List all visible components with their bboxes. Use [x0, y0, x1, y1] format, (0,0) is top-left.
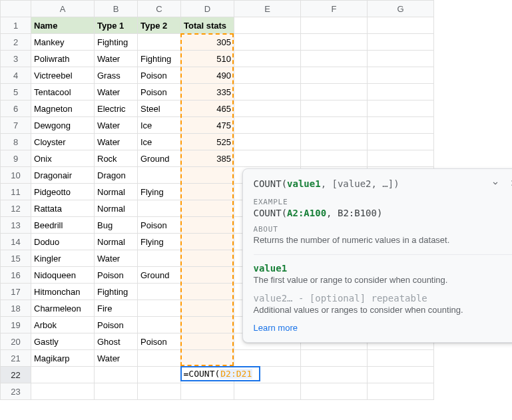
row-header-13[interactable]: 13	[1, 217, 31, 234]
cell-D10[interactable]	[181, 167, 234, 184]
cell-B5[interactable]: Water	[95, 84, 138, 101]
cell-C13[interactable]: Poison	[138, 217, 181, 234]
cell-D12[interactable]	[181, 200, 234, 217]
cell-D1[interactable]: Total stats	[181, 17, 234, 34]
cell-C9[interactable]: Ground	[138, 150, 181, 167]
cell-E5[interactable]	[234, 84, 301, 101]
cell-B23[interactable]	[95, 383, 138, 400]
cell-C12[interactable]	[138, 200, 181, 217]
cell-C22[interactable]	[138, 367, 181, 383]
row-header-14[interactable]: 14	[1, 234, 31, 250]
cell-A1[interactable]: Name	[31, 17, 95, 34]
cell-G9[interactable]	[368, 150, 434, 167]
cell-B6[interactable]: Electric	[95, 101, 138, 117]
col-header-D[interactable]: D	[181, 1, 234, 17]
row-header-19[interactable]: 19	[1, 317, 31, 333]
cell-A14[interactable]: Doduo	[31, 234, 95, 250]
cell-F4[interactable]	[301, 67, 368, 84]
cell-G1[interactable]	[368, 17, 434, 34]
row-header-3[interactable]: 3	[1, 51, 31, 67]
cell-E6[interactable]	[234, 101, 301, 117]
cell-D23[interactable]	[181, 383, 234, 400]
chevron-down-icon[interactable]	[491, 178, 500, 190]
cell-G5[interactable]	[368, 84, 434, 101]
row-header-17[interactable]: 17	[1, 284, 31, 300]
cell-D20[interactable]	[181, 333, 234, 350]
cell-F1[interactable]	[301, 17, 368, 34]
row-header-23[interactable]: 23	[1, 383, 31, 400]
cell-F21[interactable]	[301, 350, 368, 367]
cell-A18[interactable]: Charmeleon	[31, 300, 95, 317]
cell-D11[interactable]	[181, 184, 234, 200]
cell-B1[interactable]: Type 1	[95, 17, 138, 34]
cell-D2[interactable]: 305	[181, 34, 234, 51]
cell-A8[interactable]: Cloyster	[31, 134, 95, 150]
cell-G22[interactable]	[368, 367, 434, 383]
cell-C14[interactable]: Flying	[138, 234, 181, 250]
cell-A11[interactable]: Pidgeotto	[31, 184, 95, 200]
cell-E4[interactable]	[234, 67, 301, 84]
row-header-4[interactable]: 4	[1, 67, 31, 84]
cell-E1[interactable]	[234, 17, 301, 34]
cell-G23[interactable]	[368, 383, 434, 400]
cell-C7[interactable]: Ice	[138, 117, 181, 134]
row-header-6[interactable]: 6	[1, 101, 31, 117]
cell-D15[interactable]	[181, 250, 234, 267]
row-header-20[interactable]: 20	[1, 333, 31, 350]
cell-D4[interactable]: 490	[181, 67, 234, 84]
col-header-G[interactable]: G	[368, 1, 434, 17]
cell-B10[interactable]: Dragon	[95, 167, 138, 184]
cell-A7[interactable]: Dewgong	[31, 117, 95, 134]
cell-C3[interactable]: Fighting	[138, 51, 181, 67]
cell-B17[interactable]: Fighting	[95, 284, 138, 300]
cell-D19[interactable]	[181, 317, 234, 333]
cell-A4[interactable]: Victreebel	[31, 67, 95, 84]
cell-C6[interactable]: Steel	[138, 101, 181, 117]
cell-B16[interactable]: Poison	[95, 267, 138, 284]
cell-A10[interactable]: Dragonair	[31, 167, 95, 184]
cell-C8[interactable]: Ice	[138, 134, 181, 150]
cell-A22[interactable]	[31, 367, 95, 383]
learn-more-link[interactable]: Learn more	[254, 323, 513, 333]
cell-E21[interactable]	[234, 350, 301, 367]
cell-C10[interactable]	[138, 167, 181, 184]
cell-D21[interactable]	[181, 350, 234, 367]
cell-D6[interactable]: 465	[181, 101, 234, 117]
cell-A23[interactable]	[31, 383, 95, 400]
cell-E7[interactable]	[234, 117, 301, 134]
cell-B18[interactable]: Fire	[95, 300, 138, 317]
row-header-10[interactable]: 10	[1, 167, 31, 184]
cell-D3[interactable]: 510	[181, 51, 234, 67]
row-header-2[interactable]: 2	[1, 34, 31, 51]
cell-B2[interactable]: Fighting	[95, 34, 138, 51]
cell-F3[interactable]	[301, 51, 368, 67]
cell-C18[interactable]	[138, 300, 181, 317]
cell-D18[interactable]	[181, 300, 234, 317]
cell-A12[interactable]: Rattata	[31, 200, 95, 217]
row-header-21[interactable]: 21	[1, 350, 31, 367]
row-header-18[interactable]: 18	[1, 300, 31, 317]
row-header-15[interactable]: 15	[1, 250, 31, 267]
cell-B15[interactable]: Water	[95, 250, 138, 267]
cell-C11[interactable]: Flying	[138, 184, 181, 200]
cell-B9[interactable]: Rock	[95, 150, 138, 167]
cell-F5[interactable]	[301, 84, 368, 101]
cell-F22[interactable]	[301, 367, 368, 383]
cell-D9[interactable]: 385	[181, 150, 234, 167]
row-header-5[interactable]: 5	[1, 84, 31, 101]
cell-E9[interactable]	[234, 150, 301, 167]
cell-E3[interactable]	[234, 51, 301, 67]
row-header-22[interactable]: 22	[1, 367, 31, 383]
cell-B3[interactable]: Water	[95, 51, 138, 67]
cell-G6[interactable]	[368, 101, 434, 117]
cell-E23[interactable]	[234, 383, 301, 400]
cell-C15[interactable]	[138, 250, 181, 267]
cell-G21[interactable]	[368, 350, 434, 367]
cell-B13[interactable]: Bug	[95, 217, 138, 234]
cell-C21[interactable]	[138, 350, 181, 367]
cell-A6[interactable]: Magneton	[31, 101, 95, 117]
cell-A16[interactable]: Nidoqueen	[31, 267, 95, 284]
col-header-F[interactable]: F	[301, 1, 368, 17]
col-header-B[interactable]: B	[95, 1, 138, 17]
cell-A9[interactable]: Onix	[31, 150, 95, 167]
